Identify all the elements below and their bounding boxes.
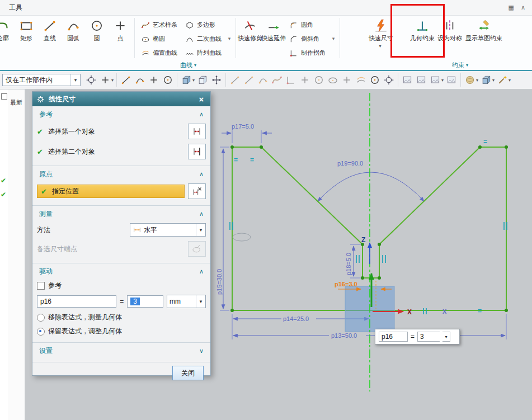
dimension-name-field[interactable]: p16	[379, 332, 408, 342]
latest-tab[interactable]: 最新	[8, 98, 25, 107]
select-first-object-row[interactable]: ✔ 选择第一个对象	[32, 121, 210, 141]
shaded-solid-icon[interactable]	[479, 73, 493, 87]
polygon-icon	[185, 21, 194, 30]
section-settings-header[interactable]: 设置 ∨	[32, 343, 210, 358]
curve-group-dropdown-icon[interactable]: ▾	[194, 63, 196, 68]
rapid-dimension-dropdown-icon[interactable]: ▾	[379, 44, 381, 49]
select-second-object-row[interactable]: ✔ 选择第二个对象	[32, 141, 210, 162]
method-select[interactable]: 水平 ▾	[130, 223, 206, 237]
close-button[interactable]: 关闭	[172, 366, 204, 380]
solid-display-dropdown-icon[interactable]: ▾	[476, 78, 478, 83]
solid-display-icon[interactable]	[463, 73, 477, 87]
curve-gallery-dropdown-icon[interactable]: ▾	[225, 36, 233, 41]
make-corner-button[interactable]: 制作拐角	[285, 46, 329, 60]
circle-icon	[90, 18, 104, 33]
close-icon[interactable]: ×	[196, 95, 206, 104]
section-reference-header[interactable]: 参考 ∧	[32, 106, 210, 121]
panel-square-icon[interactable]	[1, 93, 7, 100]
shaded-solid-dropdown-icon[interactable]: ▾	[492, 78, 495, 83]
point-tool-icon[interactable]	[298, 73, 312, 87]
panel-icon[interactable]: ▦	[509, 4, 514, 11]
unit-select[interactable]: mm ▾	[167, 295, 206, 308]
location-picker-button[interactable]	[188, 183, 206, 199]
section-driving-header[interactable]: 驱动 ∧	[32, 263, 210, 279]
rapid-dimension-button[interactable]: 快速尺寸 ▾	[366, 16, 396, 49]
point-button[interactable]: 点	[109, 16, 132, 43]
conic-button[interactable]: 二次曲线	[181, 32, 225, 46]
line-tool-icon[interactable]	[228, 73, 242, 87]
end-point-snap-icon[interactable]	[119, 73, 133, 87]
equals-sign: =	[411, 333, 415, 341]
arc-center-snap-icon[interactable]	[161, 73, 175, 87]
tab-tools[interactable]: 工具	[4, 1, 27, 14]
expression-value-field[interactable]: 3	[127, 295, 163, 308]
wireframe-view-icon[interactable]	[196, 73, 209, 87]
balloon-icon	[191, 243, 203, 254]
snap-dropdown-icon[interactable]: ▾	[111, 78, 114, 83]
render-style-dropdown-icon[interactable]: ▾	[441, 78, 444, 83]
render-style-3-icon[interactable]	[429, 73, 442, 87]
reference-checkbox[interactable]	[37, 282, 45, 290]
profile-button[interactable]: 轮廓	[0, 16, 15, 43]
collapse-icon[interactable]: ∧	[199, 111, 204, 118]
quick-trim-button[interactable]: 快速修剪	[238, 16, 262, 43]
arc-tool-icon[interactable]	[256, 73, 270, 87]
geometric-constraints-button[interactable]: 几何约束	[408, 16, 436, 43]
mid-point-snap-icon[interactable]	[133, 73, 147, 87]
point-snap-options-icon[interactable]	[98, 73, 112, 87]
move-object-icon[interactable]	[210, 73, 223, 87]
edit-display-dropdown-icon[interactable]: ▾	[509, 78, 511, 83]
specify-location-field[interactable]: ✔ 指定位置	[37, 185, 185, 198]
studio-spline-button[interactable]: 艺术样条	[137, 18, 181, 32]
display-sketch-constraints-button[interactable]: 显示草图约束	[463, 16, 505, 43]
render-style-4-icon[interactable]	[445, 73, 458, 87]
value-dropdown-icon[interactable]: ▾	[442, 332, 450, 342]
shaded-view-icon[interactable]	[180, 73, 193, 87]
second-object-selector-button[interactable]	[188, 144, 206, 159]
circle-tool-icon[interactable]	[312, 73, 326, 87]
chamfer-button[interactable]: 倒斜角	[285, 32, 329, 46]
line-button[interactable]: 直线	[38, 16, 62, 43]
plus-tool-icon[interactable]	[340, 73, 354, 87]
measure-icon[interactable]	[382, 73, 396, 87]
pattern-curve-button[interactable]: 阵列曲线	[181, 46, 225, 60]
shaded-view-dropdown-icon[interactable]: ▾	[192, 78, 195, 83]
onscreen-dimension-edit[interactable]: p16 = 3 ▾	[375, 329, 460, 345]
dimension-value-field[interactable]: 3	[417, 332, 440, 342]
inferred-line-tool-icon[interactable]	[242, 73, 256, 87]
circle-button[interactable]: 圆	[85, 16, 109, 43]
edit-display-icon[interactable]	[496, 73, 509, 87]
collapse-icon[interactable]: ∧	[199, 268, 204, 275]
ellipse-tool-icon[interactable]	[326, 73, 340, 87]
arc-button[interactable]: 圆弧	[62, 16, 85, 43]
keep-expression-radio[interactable]	[37, 328, 45, 336]
collapse-ribbon-icon[interactable]: ∧	[521, 4, 525, 11]
constraint-group-dropdown-icon[interactable]: ▾	[466, 63, 468, 68]
corner-tool-icon[interactable]	[284, 73, 298, 87]
fillet-button[interactable]: 圆角	[285, 18, 329, 32]
remove-expression-radio[interactable]	[37, 314, 45, 322]
polygon-button[interactable]: 多边形	[181, 18, 225, 32]
expand-icon[interactable]: ∨	[199, 347, 204, 355]
ellipse-button[interactable]: 椭圆	[137, 32, 181, 46]
render-style-2-icon[interactable]	[415, 73, 428, 87]
first-object-selector-button[interactable]	[188, 124, 206, 139]
collapse-icon[interactable]: ∧	[199, 210, 204, 218]
edit-curve-dropdown-icon[interactable]: ▾	[329, 36, 337, 41]
dialog-titlebar[interactable]: 线性尺寸 ×	[32, 92, 210, 106]
section-measurement-header[interactable]: 方法 测量 ∧	[32, 206, 210, 221]
spline-tool-icon[interactable]	[270, 73, 284, 87]
intersection-snap-icon[interactable]	[147, 73, 161, 87]
expression-name-field[interactable]: p16	[37, 295, 116, 308]
render-style-1-icon[interactable]	[401, 73, 414, 87]
make-symmetric-button[interactable]: 设为对称	[436, 16, 463, 43]
snap-point-icon[interactable]	[84, 73, 98, 87]
offset-tool-icon[interactable]	[354, 73, 368, 87]
section-origin-header[interactable]: 原点 ∧	[32, 166, 210, 181]
show-point-icon[interactable]	[368, 73, 382, 87]
rectangle-button[interactable]: 矩形	[15, 16, 38, 43]
collapse-icon[interactable]: ∧	[199, 171, 204, 178]
scope-select[interactable]: 仅在工作部件内 ▾	[2, 74, 81, 86]
quick-extend-button[interactable]: 快速延伸	[262, 16, 285, 43]
offset-curve-button[interactable]: 偏置曲线	[137, 46, 181, 60]
